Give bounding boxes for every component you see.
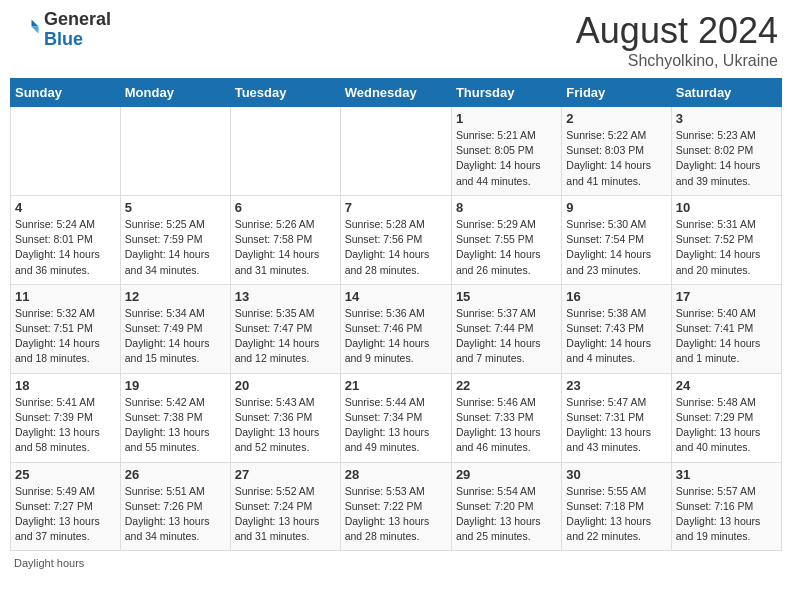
calendar-cell: 8Sunrise: 5:29 AM Sunset: 7:55 PM Daylig… bbox=[451, 195, 561, 284]
day-info: Sunrise: 5:24 AM Sunset: 8:01 PM Dayligh… bbox=[15, 217, 116, 278]
calendar-cell bbox=[230, 107, 340, 196]
calendar-cell: 6Sunrise: 5:26 AM Sunset: 7:58 PM Daylig… bbox=[230, 195, 340, 284]
day-info: Sunrise: 5:28 AM Sunset: 7:56 PM Dayligh… bbox=[345, 217, 447, 278]
day-number: 29 bbox=[456, 467, 557, 482]
svg-marker-1 bbox=[32, 26, 39, 33]
day-info: Sunrise: 5:40 AM Sunset: 7:41 PM Dayligh… bbox=[676, 306, 777, 367]
day-number: 5 bbox=[125, 200, 226, 215]
calendar-week-row: 4Sunrise: 5:24 AM Sunset: 8:01 PM Daylig… bbox=[11, 195, 782, 284]
day-info: Sunrise: 5:22 AM Sunset: 8:03 PM Dayligh… bbox=[566, 128, 666, 189]
svg-marker-0 bbox=[32, 19, 39, 26]
calendar-cell: 24Sunrise: 5:48 AM Sunset: 7:29 PM Dayli… bbox=[671, 373, 781, 462]
day-number: 2 bbox=[566, 111, 666, 126]
day-number: 11 bbox=[15, 289, 116, 304]
calendar-cell bbox=[11, 107, 121, 196]
page-header: General Blue August 2024 Shchyolkino, Uk… bbox=[10, 10, 782, 70]
calendar-cell: 4Sunrise: 5:24 AM Sunset: 8:01 PM Daylig… bbox=[11, 195, 121, 284]
weekday-header-sunday: Sunday bbox=[11, 79, 121, 107]
day-number: 6 bbox=[235, 200, 336, 215]
calendar-cell: 13Sunrise: 5:35 AM Sunset: 7:47 PM Dayli… bbox=[230, 284, 340, 373]
day-number: 17 bbox=[676, 289, 777, 304]
calendar-cell: 7Sunrise: 5:28 AM Sunset: 7:56 PM Daylig… bbox=[340, 195, 451, 284]
day-number: 20 bbox=[235, 378, 336, 393]
calendar-week-row: 1Sunrise: 5:21 AM Sunset: 8:05 PM Daylig… bbox=[11, 107, 782, 196]
day-number: 8 bbox=[456, 200, 557, 215]
logo-general: General bbox=[44, 10, 111, 30]
day-info: Sunrise: 5:35 AM Sunset: 7:47 PM Dayligh… bbox=[235, 306, 336, 367]
calendar-cell: 29Sunrise: 5:54 AM Sunset: 7:20 PM Dayli… bbox=[451, 462, 561, 551]
day-info: Sunrise: 5:48 AM Sunset: 7:29 PM Dayligh… bbox=[676, 395, 777, 456]
day-info: Sunrise: 5:49 AM Sunset: 7:27 PM Dayligh… bbox=[15, 484, 116, 545]
calendar-cell: 17Sunrise: 5:40 AM Sunset: 7:41 PM Dayli… bbox=[671, 284, 781, 373]
day-info: Sunrise: 5:25 AM Sunset: 7:59 PM Dayligh… bbox=[125, 217, 226, 278]
calendar-cell: 11Sunrise: 5:32 AM Sunset: 7:51 PM Dayli… bbox=[11, 284, 121, 373]
day-number: 9 bbox=[566, 200, 666, 215]
day-number: 19 bbox=[125, 378, 226, 393]
logo-icon bbox=[14, 16, 42, 44]
month-year-title: August 2024 bbox=[576, 10, 778, 52]
weekday-header-thursday: Thursday bbox=[451, 79, 561, 107]
calendar-cell bbox=[340, 107, 451, 196]
calendar-cell: 5Sunrise: 5:25 AM Sunset: 7:59 PM Daylig… bbox=[120, 195, 230, 284]
calendar-cell: 21Sunrise: 5:44 AM Sunset: 7:34 PM Dayli… bbox=[340, 373, 451, 462]
logo-blue: Blue bbox=[44, 30, 111, 50]
calendar-cell: 15Sunrise: 5:37 AM Sunset: 7:44 PM Dayli… bbox=[451, 284, 561, 373]
weekday-header-tuesday: Tuesday bbox=[230, 79, 340, 107]
calendar-week-row: 25Sunrise: 5:49 AM Sunset: 7:27 PM Dayli… bbox=[11, 462, 782, 551]
day-number: 10 bbox=[676, 200, 777, 215]
weekday-header-wednesday: Wednesday bbox=[340, 79, 451, 107]
footer-note: Daylight hours bbox=[10, 557, 782, 569]
calendar-cell: 26Sunrise: 5:51 AM Sunset: 7:26 PM Dayli… bbox=[120, 462, 230, 551]
day-number: 21 bbox=[345, 378, 447, 393]
calendar-cell bbox=[120, 107, 230, 196]
calendar-cell: 20Sunrise: 5:43 AM Sunset: 7:36 PM Dayli… bbox=[230, 373, 340, 462]
calendar-week-row: 18Sunrise: 5:41 AM Sunset: 7:39 PM Dayli… bbox=[11, 373, 782, 462]
day-number: 31 bbox=[676, 467, 777, 482]
day-info: Sunrise: 5:41 AM Sunset: 7:39 PM Dayligh… bbox=[15, 395, 116, 456]
calendar-cell: 28Sunrise: 5:53 AM Sunset: 7:22 PM Dayli… bbox=[340, 462, 451, 551]
day-number: 30 bbox=[566, 467, 666, 482]
day-info: Sunrise: 5:51 AM Sunset: 7:26 PM Dayligh… bbox=[125, 484, 226, 545]
day-number: 1 bbox=[456, 111, 557, 126]
day-number: 15 bbox=[456, 289, 557, 304]
calendar-cell: 14Sunrise: 5:36 AM Sunset: 7:46 PM Dayli… bbox=[340, 284, 451, 373]
day-info: Sunrise: 5:53 AM Sunset: 7:22 PM Dayligh… bbox=[345, 484, 447, 545]
day-info: Sunrise: 5:31 AM Sunset: 7:52 PM Dayligh… bbox=[676, 217, 777, 278]
day-info: Sunrise: 5:29 AM Sunset: 7:55 PM Dayligh… bbox=[456, 217, 557, 278]
calendar-cell: 27Sunrise: 5:52 AM Sunset: 7:24 PM Dayli… bbox=[230, 462, 340, 551]
calendar-cell: 16Sunrise: 5:38 AM Sunset: 7:43 PM Dayli… bbox=[562, 284, 671, 373]
day-number: 22 bbox=[456, 378, 557, 393]
day-number: 23 bbox=[566, 378, 666, 393]
calendar-cell: 3Sunrise: 5:23 AM Sunset: 8:02 PM Daylig… bbox=[671, 107, 781, 196]
day-number: 28 bbox=[345, 467, 447, 482]
day-info: Sunrise: 5:37 AM Sunset: 7:44 PM Dayligh… bbox=[456, 306, 557, 367]
calendar-table: SundayMondayTuesdayWednesdayThursdayFrid… bbox=[10, 78, 782, 551]
calendar-cell: 9Sunrise: 5:30 AM Sunset: 7:54 PM Daylig… bbox=[562, 195, 671, 284]
calendar-week-row: 11Sunrise: 5:32 AM Sunset: 7:51 PM Dayli… bbox=[11, 284, 782, 373]
day-number: 14 bbox=[345, 289, 447, 304]
day-info: Sunrise: 5:23 AM Sunset: 8:02 PM Dayligh… bbox=[676, 128, 777, 189]
calendar-cell: 1Sunrise: 5:21 AM Sunset: 8:05 PM Daylig… bbox=[451, 107, 561, 196]
location-subtitle: Shchyolkino, Ukraine bbox=[576, 52, 778, 70]
day-number: 3 bbox=[676, 111, 777, 126]
day-number: 4 bbox=[15, 200, 116, 215]
weekday-header-saturday: Saturday bbox=[671, 79, 781, 107]
day-number: 18 bbox=[15, 378, 116, 393]
day-info: Sunrise: 5:43 AM Sunset: 7:36 PM Dayligh… bbox=[235, 395, 336, 456]
calendar-cell: 31Sunrise: 5:57 AM Sunset: 7:16 PM Dayli… bbox=[671, 462, 781, 551]
day-info: Sunrise: 5:42 AM Sunset: 7:38 PM Dayligh… bbox=[125, 395, 226, 456]
day-number: 16 bbox=[566, 289, 666, 304]
title-block: August 2024 Shchyolkino, Ukraine bbox=[576, 10, 778, 70]
calendar-cell: 23Sunrise: 5:47 AM Sunset: 7:31 PM Dayli… bbox=[562, 373, 671, 462]
day-info: Sunrise: 5:46 AM Sunset: 7:33 PM Dayligh… bbox=[456, 395, 557, 456]
calendar-cell: 22Sunrise: 5:46 AM Sunset: 7:33 PM Dayli… bbox=[451, 373, 561, 462]
day-info: Sunrise: 5:54 AM Sunset: 7:20 PM Dayligh… bbox=[456, 484, 557, 545]
day-info: Sunrise: 5:26 AM Sunset: 7:58 PM Dayligh… bbox=[235, 217, 336, 278]
day-info: Sunrise: 5:47 AM Sunset: 7:31 PM Dayligh… bbox=[566, 395, 666, 456]
day-number: 27 bbox=[235, 467, 336, 482]
day-number: 24 bbox=[676, 378, 777, 393]
calendar-cell: 10Sunrise: 5:31 AM Sunset: 7:52 PM Dayli… bbox=[671, 195, 781, 284]
day-number: 25 bbox=[15, 467, 116, 482]
logo-text: General Blue bbox=[44, 10, 111, 50]
day-info: Sunrise: 5:55 AM Sunset: 7:18 PM Dayligh… bbox=[566, 484, 666, 545]
